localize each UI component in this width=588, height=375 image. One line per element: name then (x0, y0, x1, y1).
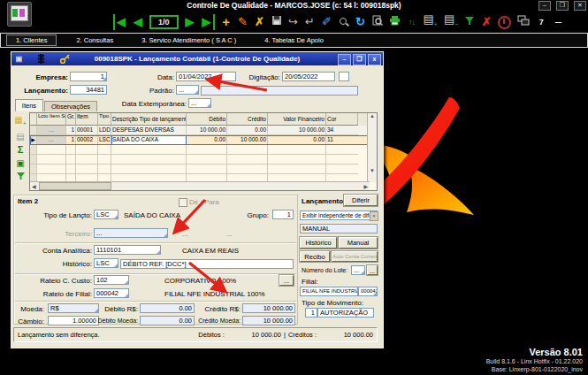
menu-consultas[interactable]: 2. Consultas (67, 35, 122, 45)
filial-code-field[interactable]: 000042 (358, 287, 378, 296)
close-button[interactable]: ✕ (574, 1, 586, 11)
filial-name-field[interactable]: FILIAL NFE INDUSTRIA (300, 287, 358, 296)
historico-button[interactable]: Histórico (300, 237, 337, 249)
numero-lote-browse-button[interactable]: ... (367, 265, 378, 275)
col-item[interactable]: Item (76, 113, 98, 126)
grid-vertical-scrollbar[interactable]: ▲▼ (367, 113, 377, 182)
print-icon[interactable] (389, 14, 401, 30)
lancamento-field[interactable]: 34481 (70, 85, 107, 95)
tab-itens[interactable]: Itens (15, 99, 43, 111)
maximize-button[interactable]: ❒ (556, 1, 569, 11)
data-ext-field[interactable]: ... (188, 98, 211, 108)
grupo-field[interactable]: 1 (272, 210, 294, 219)
menu-sac[interactable]: 3. Servico Atendimento ( S A C ) (133, 35, 245, 45)
grid-row-2-selected[interactable]: ▶ ... 1 00002 LSC SAÍDA DO CAIXA 0.00 10… (30, 135, 377, 145)
diferir-button[interactable]: Diferir (344, 195, 378, 206)
dialog-maximize-button[interactable]: ❒ (353, 54, 366, 65)
copy-item-icon[interactable]: ▣ (16, 158, 24, 168)
save-icon[interactable] (271, 14, 282, 30)
preview-icon[interactable] (372, 14, 383, 30)
empresa-field[interactable]: 1 (70, 72, 107, 81)
add-record-icon[interactable]: + (221, 14, 232, 30)
col-tipo[interactable]: Tipo Lanç. (98, 113, 111, 126)
subconta-cell[interactable]: ... (37, 126, 66, 135)
toolbar-collapse-icon[interactable]: – (553, 14, 563, 30)
window-title: Controle De Qualidade - MARCOS.JOSE (c: … (187, 1, 401, 10)
digitacao-label: Digitação: (238, 73, 280, 81)
rateio-filial-field[interactable]: 000042 (94, 288, 129, 298)
tab-observacoes[interactable]: Observações (44, 101, 97, 111)
col-cor[interactable]: Cor (326, 113, 358, 126)
conta-analitica-field[interactable]: 1110101 (94, 245, 161, 255)
undo-icon[interactable]: ↵ (305, 14, 316, 30)
nav-prev-icon[interactable]: ◀ (133, 14, 143, 30)
grid-filter-icon[interactable] (16, 172, 26, 182)
moeda-field[interactable]: R$ (48, 303, 99, 313)
tipo-lancto-code-field[interactable]: LSC (94, 210, 118, 219)
conta-analitica-label: Conta Analítica: (27, 247, 92, 255)
nav-last-icon[interactable]: ▶ (202, 14, 215, 30)
historico-desc-field[interactable]: DÉBITO REF. [DCC*] (120, 259, 294, 269)
col-valor-financeiro[interactable]: Valor Financeiro (268, 113, 326, 126)
exibir-dropdown[interactable]: Exibir independente de difer (300, 210, 378, 220)
tipo-movimento-num-field[interactable]: 1 (305, 308, 317, 318)
grid-row-1[interactable]: ... 1 00001 LDD DESPESAS DIVERSAS 10 000… (30, 126, 377, 135)
filter-clear-icon[interactable]: ✗ (481, 14, 492, 30)
filial-label: Filial: (302, 278, 318, 286)
digitacao-field[interactable]: 20/05/2022 (282, 72, 335, 81)
credito-rs-field: 10 000.00 (242, 303, 295, 313)
grid-horizontal-scrollbar[interactable]: ◀▶ (30, 181, 370, 190)
scrollbar-thumb[interactable] (39, 182, 111, 190)
search-icon[interactable] (339, 17, 349, 27)
filter-icon[interactable] (464, 14, 475, 30)
add-item-icon[interactable]: ▦+ (14, 115, 27, 128)
dropdown-arrow-icon[interactable]: ▼ (370, 211, 378, 221)
cambio-field[interactable]: 1.00000 (48, 316, 99, 325)
menu-tabelas[interactable]: 4. Tabelas De Apoio (256, 35, 332, 45)
tipo-movimento-field[interactable]: AUTORIZAÇÃO (317, 308, 374, 318)
clean-brush-icon[interactable]: ✐ (322, 14, 332, 30)
exit-icon[interactable] (498, 16, 511, 29)
windows-icon[interactable] (517, 14, 530, 30)
nav-next-icon[interactable]: ▶ (185, 14, 195, 30)
tipo-lancto-desc: SAÍDA DO CAIXA (124, 211, 180, 219)
minimize-button[interactable]: – (538, 1, 551, 11)
items-grid[interactable]: Lcto Item Subconta Gr. Item Tipo Lanç. D… (29, 112, 378, 191)
creditos-label: Créditos : (288, 331, 317, 339)
doc-add-icon[interactable]: ▤+ (424, 11, 438, 33)
numero-lote-field[interactable]: ... (351, 265, 365, 275)
digitacao-extra-field[interactable] (339, 72, 349, 81)
col-subconta[interactable]: Lcto Item Subconta (37, 113, 66, 126)
refresh-icon[interactable]: ↻ (355, 14, 366, 30)
historico-code-field[interactable]: LSC (94, 258, 118, 268)
rateio-filial-label: Rateio de Filial: (27, 290, 92, 298)
col-gr[interactable]: Gr. (66, 113, 76, 126)
col-debito[interactable]: Débito (187, 113, 227, 126)
menu-clientes[interactable]: 1. Clientes (6, 34, 57, 46)
sum-icon[interactable]: Σ (18, 145, 24, 155)
manual-button[interactable]: Manual (339, 237, 378, 249)
terceiro-field[interactable]: ... (94, 228, 168, 238)
padrao-field[interactable]: ... (176, 85, 199, 95)
recibo-button[interactable]: Recibo (300, 251, 330, 262)
nav-first-icon[interactable]: ◀ (113, 14, 126, 30)
col-credito[interactable]: Crédito (227, 113, 268, 126)
grupo-label: Grupo: (239, 211, 269, 219)
subconta-cell[interactable]: ... (37, 135, 66, 145)
rateio-custo-browse-button[interactable]: ... (279, 275, 294, 286)
dialog-close-button[interactable]: x (368, 54, 381, 65)
delete-record-icon[interactable]: ✗ (255, 14, 265, 30)
col-descricao[interactable]: Descrição Tipo de lançamento (111, 113, 187, 126)
items-list-icon[interactable]: ▤ (16, 132, 24, 142)
dialog-minimize-button[interactable]: – (338, 54, 351, 65)
edit-record-icon[interactable]: ✎ (238, 14, 248, 30)
dialog-titlebar[interactable]: ▣ 009018SPK - Lançamento Contábil (1-Con… (11, 52, 383, 65)
de-para-checkbox[interactable] (179, 198, 187, 207)
sort-icon[interactable]: ↑↓ (407, 14, 417, 30)
version-number: Versão 8.01 (486, 347, 583, 357)
redo-icon[interactable]: ↪ (288, 14, 299, 30)
rateio-custo-field[interactable]: 102 (94, 275, 129, 285)
data-field[interactable]: 01/04/2022 (176, 72, 236, 81)
grid-empty-row (30, 155, 377, 165)
doc-remove-icon[interactable]: ▤− (444, 11, 458, 33)
